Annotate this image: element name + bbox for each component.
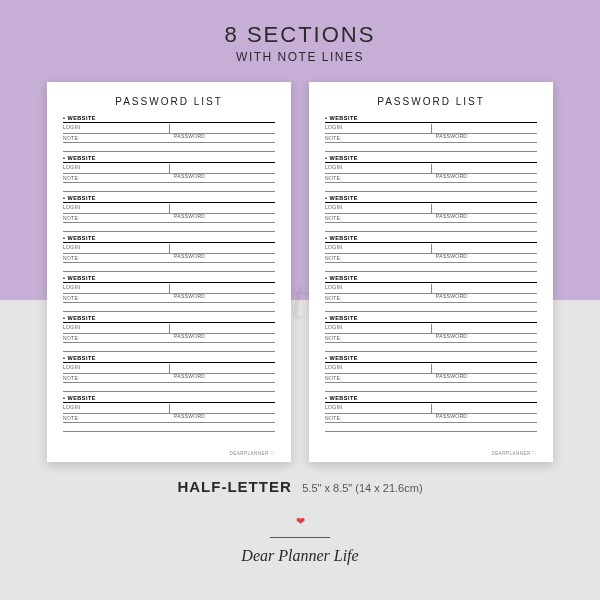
heading-main: 8 SECTIONS (0, 22, 600, 48)
password-label: PASSWORD (436, 253, 467, 260)
password-label: PASSWORD (436, 293, 467, 300)
password-label: PASSWORD (436, 133, 467, 140)
password-label: PASSWORD (174, 293, 205, 300)
note-label: NOTE: (325, 255, 342, 262)
note-row: NOTE: (325, 214, 537, 223)
note-row: NOTE: (325, 254, 537, 263)
blank-row (325, 143, 537, 152)
note-row: NOTE: (63, 254, 275, 263)
heading-block: 8 SECTIONS WITH NOTE LINES (0, 0, 600, 64)
note-label: NOTE: (63, 255, 80, 262)
login-password-row: LOGINPASSWORD (325, 205, 537, 214)
login-password-row: LOGINPASSWORD (325, 165, 537, 174)
login-label: LOGIN (63, 284, 80, 291)
note-row: NOTE: (63, 334, 275, 343)
note-label: NOTE: (325, 295, 342, 302)
password-section: WEBSITELOGINPASSWORDNOTE: (325, 115, 537, 152)
login-password-row: LOGINPASSWORD (63, 405, 275, 414)
note-row: NOTE: (63, 294, 275, 303)
password-label: PASSWORD (436, 173, 467, 180)
blank-row (63, 383, 275, 392)
password-section: WEBSITELOGINPASSWORDNOTE: (325, 315, 537, 352)
login-label: LOGIN (63, 404, 80, 411)
note-label: NOTE: (63, 295, 80, 302)
login-label: LOGIN (325, 244, 342, 251)
login-label: LOGIN (63, 164, 80, 171)
password-section: WEBSITELOGINPASSWORDNOTE: (325, 395, 537, 432)
note-label: NOTE: (325, 415, 342, 422)
login-password-row: LOGINPASSWORD (63, 125, 275, 134)
page-right: PASSWORD LIST WEBSITELOGINPASSWORDNOTE:W… (309, 82, 553, 462)
note-label: NOTE: (63, 175, 80, 182)
password-section: WEBSITELOGINPASSWORDNOTE: (325, 155, 537, 192)
blank-row (63, 143, 275, 152)
note-label: NOTE: (325, 135, 342, 142)
heart-icon: ❤ (0, 516, 600, 527)
password-section: WEBSITELOGINPASSWORDNOTE: (63, 315, 275, 352)
size-name: HALF-LETTER (177, 478, 291, 495)
login-password-row: LOGINPASSWORD (63, 325, 275, 334)
password-label: PASSWORD (436, 213, 467, 220)
blank-row (325, 263, 537, 272)
password-label: PASSWORD (174, 173, 205, 180)
blank-row (325, 383, 537, 392)
blank-row (325, 223, 537, 232)
login-label: LOGIN (325, 324, 342, 331)
sections-container: WEBSITELOGINPASSWORDNOTE:WEBSITELOGINPAS… (63, 115, 275, 432)
login-label: LOGIN (63, 364, 80, 371)
password-section: WEBSITELOGINPASSWORDNOTE: (325, 195, 537, 232)
login-password-row: LOGINPASSWORD (63, 365, 275, 374)
note-label: NOTE: (325, 175, 342, 182)
size-block: HALF-LETTER 5.5" x 8.5" (14 x 21.6cm) (0, 478, 600, 496)
pages-row: PASSWORD LIST WEBSITELOGINPASSWORDNOTE:W… (0, 82, 600, 462)
login-label: LOGIN (325, 164, 342, 171)
login-password-row: LOGINPASSWORD (325, 125, 537, 134)
login-label: LOGIN (325, 284, 342, 291)
login-label: LOGIN (325, 124, 342, 131)
note-row: NOTE: (63, 214, 275, 223)
sections-container: WEBSITELOGINPASSWORDNOTE:WEBSITELOGINPAS… (325, 115, 537, 432)
blank-row (63, 343, 275, 352)
note-row: NOTE: (63, 134, 275, 143)
login-label: LOGIN (325, 404, 342, 411)
note-label: NOTE: (325, 375, 342, 382)
password-section: WEBSITELOGINPASSWORDNOTE: (63, 355, 275, 392)
password-section: WEBSITELOGINPASSWORDNOTE: (325, 235, 537, 272)
password-section: WEBSITELOGINPASSWORDNOTE: (63, 195, 275, 232)
login-password-row: LOGINPASSWORD (63, 285, 275, 294)
password-section: WEBSITELOGINPASSWORDNOTE: (63, 275, 275, 312)
note-label: NOTE: (325, 335, 342, 342)
note-row: NOTE: (325, 374, 537, 383)
blank-row (325, 423, 537, 432)
page-footer-tag: DEARPLANNER ♡ (229, 451, 275, 456)
brand-name: Dear Planner Life (0, 547, 600, 565)
password-label: PASSWORD (436, 333, 467, 340)
blank-row (325, 183, 537, 192)
note-row: NOTE: (325, 414, 537, 423)
login-password-row: LOGINPASSWORD (63, 245, 275, 254)
note-row: NOTE: (63, 414, 275, 423)
note-label: NOTE: (325, 215, 342, 222)
password-label: PASSWORD (174, 133, 205, 140)
login-password-row: LOGINPASSWORD (325, 365, 537, 374)
blank-row (63, 303, 275, 312)
login-label: LOGIN (63, 204, 80, 211)
password-label: PASSWORD (174, 333, 205, 340)
login-password-row: LOGINPASSWORD (63, 205, 275, 214)
login-label: LOGIN (63, 324, 80, 331)
password-label: PASSWORD (174, 373, 205, 380)
login-label: LOGIN (63, 244, 80, 251)
blank-row (325, 343, 537, 352)
note-row: NOTE: (63, 174, 275, 183)
password-section: WEBSITELOGINPASSWORDNOTE: (63, 115, 275, 152)
password-section: WEBSITELOGINPASSWORDNOTE: (325, 275, 537, 312)
login-password-row: LOGINPASSWORD (325, 325, 537, 334)
login-label: LOGIN (325, 204, 342, 211)
note-row: NOTE: (325, 134, 537, 143)
password-section: WEBSITELOGINPASSWORDNOTE: (63, 235, 275, 272)
note-label: NOTE: (63, 415, 80, 422)
note-row: NOTE: (63, 374, 275, 383)
login-label: LOGIN (325, 364, 342, 371)
blank-row (325, 303, 537, 312)
note-label: NOTE: (63, 335, 80, 342)
